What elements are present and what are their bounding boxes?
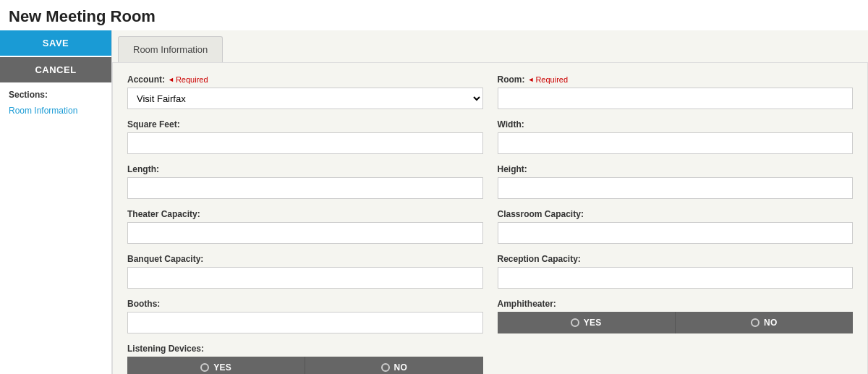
tab-room-information[interactable]: Room Information xyxy=(118,36,223,62)
classroom-capacity-label: Classroom Capacity: xyxy=(498,209,854,219)
width-input[interactable] xyxy=(498,132,854,154)
length-input[interactable] xyxy=(127,177,483,199)
save-button[interactable]: SAVE xyxy=(0,30,111,56)
banquet-capacity-label: Banquet Capacity: xyxy=(127,254,483,264)
form-group-listening-devices: Listening Devices: YES NO xyxy=(127,344,483,374)
form-row-theater-classroom: Theater Capacity: Classroom Capacity: xyxy=(127,209,853,244)
form-row-banquet-reception: Banquet Capacity: Reception Capacity: xyxy=(127,254,853,289)
form-group-reception-capacity: Reception Capacity: xyxy=(498,254,854,289)
height-input[interactable] xyxy=(498,177,854,199)
listening-devices-no-radio-circle xyxy=(381,363,390,372)
amphitheater-no-radio-circle xyxy=(751,318,760,327)
sections-label: Sections: xyxy=(0,82,111,103)
form-group-width: Width: xyxy=(498,119,854,154)
sidebar: SAVE CANCEL Sections: Room Information xyxy=(0,30,112,374)
square-feet-input[interactable] xyxy=(127,132,483,154)
form-group-room: Room: Required xyxy=(498,75,854,109)
listening-devices-no-label: NO xyxy=(394,362,408,373)
listening-devices-radio-group: YES NO xyxy=(127,357,483,374)
form-group-banquet-capacity: Banquet Capacity: xyxy=(127,254,483,289)
form-group-height: Height: xyxy=(498,164,854,199)
form-group-theater-capacity: Theater Capacity: xyxy=(127,209,483,244)
main-content: Room Information Account: Required Visit… xyxy=(112,30,868,374)
height-label: Height: xyxy=(498,164,854,174)
form-row-length-height: Length: Height: xyxy=(127,164,853,199)
room-input[interactable] xyxy=(498,88,854,109)
theater-capacity-label: Theater Capacity: xyxy=(127,209,483,219)
amphitheater-yes-button[interactable]: YES xyxy=(498,312,675,333)
amphitheater-yes-radio-circle xyxy=(571,318,579,327)
reception-capacity-input[interactable] xyxy=(498,267,854,289)
account-required-badge: Required xyxy=(168,75,208,84)
classroom-capacity-input[interactable] xyxy=(498,222,854,244)
page-title: New Meeting Room xyxy=(0,0,868,30)
account-label: Account: Required xyxy=(127,75,483,85)
amphitheater-label: Amphitheater: xyxy=(498,299,854,309)
length-label: Length: xyxy=(127,164,483,174)
form-group-square-feet: Square Feet: xyxy=(127,119,483,154)
width-label: Width: xyxy=(498,119,854,129)
form-group-amphitheater: Amphitheater: YES NO xyxy=(498,299,854,333)
banquet-capacity-input[interactable] xyxy=(127,267,483,289)
booths-label: Booths: xyxy=(127,299,483,309)
amphitheater-radio-group: YES NO xyxy=(498,312,854,333)
amphitheater-no-button[interactable]: NO xyxy=(675,312,853,333)
booths-input[interactable] xyxy=(127,312,483,333)
reception-capacity-label: Reception Capacity: xyxy=(498,254,854,264)
form-group-classroom-capacity: Classroom Capacity: xyxy=(498,209,854,244)
form-row-booths-amphitheater: Booths: Amphitheater: YES NO xyxy=(127,299,853,333)
form-group-booths: Booths: xyxy=(127,299,483,333)
amphitheater-yes-label: YES xyxy=(584,318,602,328)
form-group-length: Length: xyxy=(127,164,483,199)
tab-header: Room Information xyxy=(112,30,868,62)
room-required-badge: Required xyxy=(528,75,569,84)
listening-devices-yes-button[interactable]: YES xyxy=(127,357,305,374)
square-feet-label: Square Feet: xyxy=(127,119,483,129)
account-select[interactable]: Visit Fairfax xyxy=(127,88,483,109)
sidebar-item-room-information[interactable]: Room Information xyxy=(0,103,111,119)
listening-devices-no-button[interactable]: NO xyxy=(305,357,482,374)
room-label: Room: Required xyxy=(498,75,854,85)
form-area: Account: Required Visit Fairfax Room: Re… xyxy=(112,62,868,374)
form-row-account-room: Account: Required Visit Fairfax Room: Re… xyxy=(127,75,853,109)
form-row-sqft-width: Square Feet: Width: xyxy=(127,119,853,154)
cancel-button[interactable]: CANCEL xyxy=(0,57,111,82)
amphitheater-no-label: NO xyxy=(764,318,778,328)
form-group-account: Account: Required Visit Fairfax xyxy=(127,75,483,109)
form-row-listening-devices: Listening Devices: YES NO xyxy=(127,344,853,374)
listening-devices-label: Listening Devices: xyxy=(127,344,483,354)
theater-capacity-input[interactable] xyxy=(127,222,483,244)
listening-devices-yes-radio-circle xyxy=(200,363,209,372)
listening-devices-yes-label: YES xyxy=(213,362,231,373)
form-group-placeholder-right xyxy=(498,344,854,374)
